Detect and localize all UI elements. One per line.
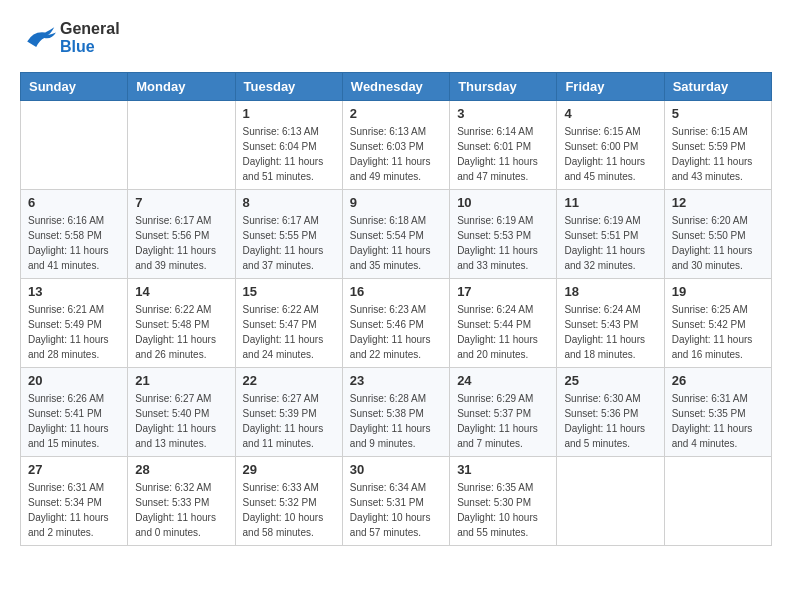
calendar-cell: 10Sunrise: 6:19 AMSunset: 5:53 PMDayligh… xyxy=(450,190,557,279)
day-number: 15 xyxy=(243,284,335,299)
page-header: General Blue xyxy=(20,20,772,56)
day-number: 7 xyxy=(135,195,227,210)
day-number: 27 xyxy=(28,462,120,477)
calendar-cell: 26Sunrise: 6:31 AMSunset: 5:35 PMDayligh… xyxy=(664,368,771,457)
day-number: 23 xyxy=(350,373,442,388)
calendar-header-wednesday: Wednesday xyxy=(342,73,449,101)
day-number: 24 xyxy=(457,373,549,388)
calendar-cell: 30Sunrise: 6:34 AMSunset: 5:31 PMDayligh… xyxy=(342,457,449,546)
calendar-table: SundayMondayTuesdayWednesdayThursdayFrid… xyxy=(20,72,772,546)
day-number: 11 xyxy=(564,195,656,210)
calendar-cell xyxy=(664,457,771,546)
calendar-cell: 6Sunrise: 6:16 AMSunset: 5:58 PMDaylight… xyxy=(21,190,128,279)
calendar-header-friday: Friday xyxy=(557,73,664,101)
calendar-cell: 15Sunrise: 6:22 AMSunset: 5:47 PMDayligh… xyxy=(235,279,342,368)
calendar-week-5: 27Sunrise: 6:31 AMSunset: 5:34 PMDayligh… xyxy=(21,457,772,546)
day-info: Sunrise: 6:23 AMSunset: 5:46 PMDaylight:… xyxy=(350,302,442,362)
day-number: 3 xyxy=(457,106,549,121)
day-number: 22 xyxy=(243,373,335,388)
day-info: Sunrise: 6:15 AMSunset: 5:59 PMDaylight:… xyxy=(672,124,764,184)
day-info: Sunrise: 6:22 AMSunset: 5:48 PMDaylight:… xyxy=(135,302,227,362)
day-info: Sunrise: 6:27 AMSunset: 5:40 PMDaylight:… xyxy=(135,391,227,451)
logo-icon xyxy=(20,23,56,53)
day-number: 5 xyxy=(672,106,764,121)
day-number: 9 xyxy=(350,195,442,210)
day-info: Sunrise: 6:26 AMSunset: 5:41 PMDaylight:… xyxy=(28,391,120,451)
day-info: Sunrise: 6:17 AMSunset: 5:55 PMDaylight:… xyxy=(243,213,335,273)
day-info: Sunrise: 6:19 AMSunset: 5:51 PMDaylight:… xyxy=(564,213,656,273)
day-number: 26 xyxy=(672,373,764,388)
day-info: Sunrise: 6:24 AMSunset: 5:43 PMDaylight:… xyxy=(564,302,656,362)
day-number: 12 xyxy=(672,195,764,210)
calendar-cell: 25Sunrise: 6:30 AMSunset: 5:36 PMDayligh… xyxy=(557,368,664,457)
calendar-cell: 16Sunrise: 6:23 AMSunset: 5:46 PMDayligh… xyxy=(342,279,449,368)
day-info: Sunrise: 6:16 AMSunset: 5:58 PMDaylight:… xyxy=(28,213,120,273)
calendar-cell xyxy=(557,457,664,546)
day-info: Sunrise: 6:34 AMSunset: 5:31 PMDaylight:… xyxy=(350,480,442,540)
day-info: Sunrise: 6:31 AMSunset: 5:34 PMDaylight:… xyxy=(28,480,120,540)
calendar-header-monday: Monday xyxy=(128,73,235,101)
calendar-header-thursday: Thursday xyxy=(450,73,557,101)
day-number: 25 xyxy=(564,373,656,388)
day-info: Sunrise: 6:29 AMSunset: 5:37 PMDaylight:… xyxy=(457,391,549,451)
calendar-week-3: 13Sunrise: 6:21 AMSunset: 5:49 PMDayligh… xyxy=(21,279,772,368)
calendar-header-saturday: Saturday xyxy=(664,73,771,101)
day-info: Sunrise: 6:15 AMSunset: 6:00 PMDaylight:… xyxy=(564,124,656,184)
day-number: 2 xyxy=(350,106,442,121)
logo: General Blue xyxy=(20,20,120,56)
day-number: 8 xyxy=(243,195,335,210)
calendar-cell: 8Sunrise: 6:17 AMSunset: 5:55 PMDaylight… xyxy=(235,190,342,279)
calendar-cell: 14Sunrise: 6:22 AMSunset: 5:48 PMDayligh… xyxy=(128,279,235,368)
calendar-cell: 3Sunrise: 6:14 AMSunset: 6:01 PMDaylight… xyxy=(450,101,557,190)
calendar-week-1: 1Sunrise: 6:13 AMSunset: 6:04 PMDaylight… xyxy=(21,101,772,190)
day-number: 18 xyxy=(564,284,656,299)
day-info: Sunrise: 6:18 AMSunset: 5:54 PMDaylight:… xyxy=(350,213,442,273)
day-number: 31 xyxy=(457,462,549,477)
day-info: Sunrise: 6:19 AMSunset: 5:53 PMDaylight:… xyxy=(457,213,549,273)
calendar-cell: 11Sunrise: 6:19 AMSunset: 5:51 PMDayligh… xyxy=(557,190,664,279)
calendar-week-2: 6Sunrise: 6:16 AMSunset: 5:58 PMDaylight… xyxy=(21,190,772,279)
day-number: 30 xyxy=(350,462,442,477)
calendar-header-tuesday: Tuesday xyxy=(235,73,342,101)
day-number: 28 xyxy=(135,462,227,477)
day-info: Sunrise: 6:35 AMSunset: 5:30 PMDaylight:… xyxy=(457,480,549,540)
calendar-cell: 18Sunrise: 6:24 AMSunset: 5:43 PMDayligh… xyxy=(557,279,664,368)
calendar-cell: 27Sunrise: 6:31 AMSunset: 5:34 PMDayligh… xyxy=(21,457,128,546)
day-number: 16 xyxy=(350,284,442,299)
day-number: 4 xyxy=(564,106,656,121)
calendar-cell: 4Sunrise: 6:15 AMSunset: 6:00 PMDaylight… xyxy=(557,101,664,190)
day-number: 20 xyxy=(28,373,120,388)
day-info: Sunrise: 6:33 AMSunset: 5:32 PMDaylight:… xyxy=(243,480,335,540)
calendar-cell: 24Sunrise: 6:29 AMSunset: 5:37 PMDayligh… xyxy=(450,368,557,457)
calendar-cell: 2Sunrise: 6:13 AMSunset: 6:03 PMDaylight… xyxy=(342,101,449,190)
calendar-cell: 31Sunrise: 6:35 AMSunset: 5:30 PMDayligh… xyxy=(450,457,557,546)
day-info: Sunrise: 6:21 AMSunset: 5:49 PMDaylight:… xyxy=(28,302,120,362)
calendar-header-sunday: Sunday xyxy=(21,73,128,101)
day-info: Sunrise: 6:28 AMSunset: 5:38 PMDaylight:… xyxy=(350,391,442,451)
calendar-cell xyxy=(21,101,128,190)
day-info: Sunrise: 6:30 AMSunset: 5:36 PMDaylight:… xyxy=(564,391,656,451)
calendar-header-row: SundayMondayTuesdayWednesdayThursdayFrid… xyxy=(21,73,772,101)
calendar-cell: 21Sunrise: 6:27 AMSunset: 5:40 PMDayligh… xyxy=(128,368,235,457)
day-info: Sunrise: 6:31 AMSunset: 5:35 PMDaylight:… xyxy=(672,391,764,451)
day-info: Sunrise: 6:14 AMSunset: 6:01 PMDaylight:… xyxy=(457,124,549,184)
day-info: Sunrise: 6:25 AMSunset: 5:42 PMDaylight:… xyxy=(672,302,764,362)
day-number: 29 xyxy=(243,462,335,477)
day-info: Sunrise: 6:20 AMSunset: 5:50 PMDaylight:… xyxy=(672,213,764,273)
day-number: 6 xyxy=(28,195,120,210)
calendar-cell: 20Sunrise: 6:26 AMSunset: 5:41 PMDayligh… xyxy=(21,368,128,457)
day-number: 21 xyxy=(135,373,227,388)
calendar-cell: 1Sunrise: 6:13 AMSunset: 6:04 PMDaylight… xyxy=(235,101,342,190)
calendar-cell: 9Sunrise: 6:18 AMSunset: 5:54 PMDaylight… xyxy=(342,190,449,279)
day-info: Sunrise: 6:17 AMSunset: 5:56 PMDaylight:… xyxy=(135,213,227,273)
logo-text: General Blue xyxy=(60,20,120,56)
day-info: Sunrise: 6:22 AMSunset: 5:47 PMDaylight:… xyxy=(243,302,335,362)
calendar-cell: 19Sunrise: 6:25 AMSunset: 5:42 PMDayligh… xyxy=(664,279,771,368)
day-number: 17 xyxy=(457,284,549,299)
calendar-cell xyxy=(128,101,235,190)
calendar-cell: 13Sunrise: 6:21 AMSunset: 5:49 PMDayligh… xyxy=(21,279,128,368)
day-info: Sunrise: 6:13 AMSunset: 6:03 PMDaylight:… xyxy=(350,124,442,184)
calendar-cell: 29Sunrise: 6:33 AMSunset: 5:32 PMDayligh… xyxy=(235,457,342,546)
calendar-week-4: 20Sunrise: 6:26 AMSunset: 5:41 PMDayligh… xyxy=(21,368,772,457)
calendar-cell: 17Sunrise: 6:24 AMSunset: 5:44 PMDayligh… xyxy=(450,279,557,368)
